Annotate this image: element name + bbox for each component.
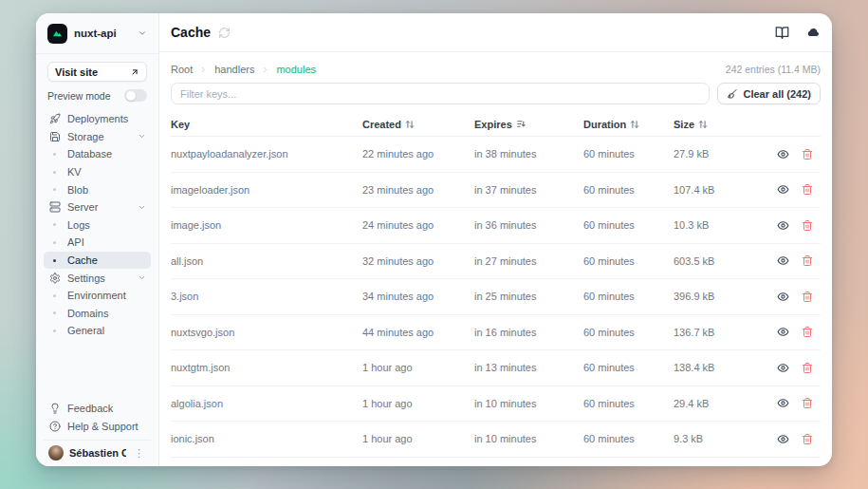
bullet-icon [48,294,61,297]
sidebar-item-server[interactable]: Server [44,198,151,216]
chevron-down-icon [138,203,146,212]
cell-duration: 60 minutes [583,148,674,160]
breadcrumb-modules[interactable]: modules [276,64,316,75]
column-header-duration[interactable]: Duration [583,119,674,130]
sidebar: nuxt-api Visit site Preview mode Deploym… [36,13,159,466]
cell-key: 3.json [171,291,362,302]
sidebar-item-environment[interactable]: Environment [44,287,151,305]
cell-created: 24 minutes ago [362,219,474,231]
sidebar-item-kv[interactable]: KV [44,163,151,181]
sidebar-item-label: Storage [67,131,104,142]
app-window: nuxt-api Visit site Preview mode Deploym… [36,13,832,466]
view-entry-button[interactable] [777,183,789,196]
sidebar-item-label: KV [67,166,82,178]
column-header-key: Key [171,119,362,130]
chevron-down-icon [138,273,146,282]
help-icon [48,421,61,432]
sidebar-item-deployments[interactable]: Deployments [44,110,151,128]
kebab-menu-icon[interactable]: ⋮ [132,448,146,459]
table-row: all.json 32 minutes ago in 27 minutes 60… [171,244,821,280]
cloudflare-button[interactable] [805,25,821,40]
chevron-right-icon [199,66,208,74]
sidebar-item-api[interactable]: API [44,234,151,252]
bullet-icon [48,153,61,156]
visit-site-button[interactable]: Visit site [47,62,147,82]
cell-size: 138.4 kB [674,362,764,373]
breadcrumb: Root handlers modules 242 entries (11.4 … [171,61,821,78]
delete-entry-button[interactable] [802,254,813,267]
sidebar-item-cache[interactable]: Cache [44,252,151,270]
row-actions [764,397,821,409]
sidebar-item-label: Cache [67,254,98,266]
nuxthub-logo-icon [47,24,67,44]
rocket-icon [48,113,61,124]
trash-icon [802,183,813,196]
delete-entry-button[interactable] [802,433,813,445]
delete-entry-button[interactable] [802,219,813,232]
table-row: image.json 24 minutes ago in 36 minutes … [171,208,821,244]
delete-entry-button[interactable] [802,397,813,409]
breadcrumb-handlers[interactable]: handlers [214,64,254,75]
view-entry-button[interactable] [777,397,789,409]
cell-size: 9.3 kB [674,433,764,444]
sidebar-item-settings[interactable]: Settings [44,269,151,287]
bullet-icon [48,223,61,226]
table-row: nuxtsvgo.json 44 minutes ago in 16 minut… [171,315,821,351]
eye-icon [777,433,789,445]
cell-expires: in 16 minutes [474,327,583,338]
cell-duration: 60 minutes [583,398,674,409]
sidebar-item-logs[interactable]: Logs [44,216,151,235]
sort-descending-icon [516,119,526,129]
cell-duration: 60 minutes [583,219,674,231]
clear-all-button[interactable]: Clear all (242) [717,83,821,104]
cell-expires: in 36 minutes [474,219,583,231]
column-header-size[interactable]: Size [674,119,764,130]
delete-entry-button[interactable] [802,148,813,160]
bullet-icon [48,241,61,244]
table-row: imageloader.json 23 minutes ago in 37 mi… [171,173,821,209]
user-menu[interactable]: Sébastien Cho... ⋮ [44,440,151,466]
refresh-button[interactable] [218,27,231,39]
view-entry-button[interactable] [777,254,789,267]
docs-button[interactable] [775,26,789,40]
preview-mode-label: Preview mode [47,90,111,102]
delete-entry-button[interactable] [802,326,813,338]
view-entry-button[interactable] [777,291,789,303]
breadcrumb-root[interactable]: Root [171,64,193,75]
sidebar-item-label: Settings [67,273,105,284]
feedback-button[interactable]: Feedback [44,400,151,418]
view-entry-button[interactable] [777,433,789,445]
cloud-icon [805,25,821,40]
cell-created: 1 hour ago [362,398,474,409]
table-body: nuxtpayloadanalyzer.json 22 minutes ago … [171,137,821,458]
sidebar-item-domains[interactable]: Domains [44,305,151,323]
project-switcher[interactable]: nuxt-api [36,13,158,54]
trash-icon [802,219,813,232]
delete-entry-button[interactable] [802,183,813,196]
view-entry-button[interactable] [777,362,789,374]
eye-icon [777,254,789,267]
table-row: algolia.json 1 hour ago in 10 minutes 60… [171,386,821,423]
bullet-icon [48,329,61,332]
eye-icon [777,397,789,409]
sidebar-item-storage[interactable]: Storage [44,128,151,146]
row-actions [764,219,821,232]
view-entry-button[interactable] [777,326,789,338]
filter-keys-input[interactable] [171,83,710,104]
sidebar-item-label: API [67,236,84,248]
sidebar-item-general[interactable]: General [44,322,151,340]
delete-entry-button[interactable] [802,362,813,374]
cell-size: 603.5 kB [674,255,764,267]
sidebar-item-blob[interactable]: Blob [44,180,151,198]
table-row: nuxtgtm.json 1 hour ago in 13 minutes 60… [171,350,821,386]
visit-site-label: Visit site [55,66,98,78]
column-header-expires[interactable]: Expires [474,119,583,130]
sidebar-item-database[interactable]: Database [44,145,151,163]
view-entry-button[interactable] [777,148,789,160]
view-entry-button[interactable] [777,219,789,232]
column-header-created[interactable]: Created [362,119,474,130]
help-support-button[interactable]: Help & Support [44,417,151,435]
cell-key: image.json [171,219,362,231]
preview-mode-toggle[interactable] [124,89,147,102]
delete-entry-button[interactable] [802,291,813,303]
